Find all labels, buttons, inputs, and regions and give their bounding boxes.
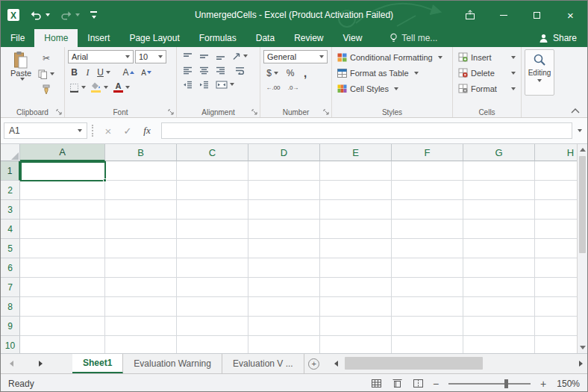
cell-E4[interactable] (320, 220, 392, 239)
align-top-button[interactable] (180, 49, 195, 63)
tab-review[interactable]: Review (284, 29, 333, 47)
cancel-button[interactable]: × (98, 122, 118, 139)
merge-center-button[interactable] (216, 78, 234, 91)
cell-B3[interactable] (105, 200, 177, 220)
horizontal-scroll-thumb[interactable] (345, 357, 483, 370)
cell-B6[interactable] (105, 258, 177, 278)
italic-button[interactable]: I (82, 66, 93, 79)
cell-C3[interactable] (177, 200, 248, 220)
column-header-H[interactable]: H (535, 144, 578, 161)
page-break-preview-button[interactable] (410, 376, 426, 391)
cell-D10[interactable] (248, 336, 320, 353)
insert-cells-button[interactable]: Insert (456, 50, 518, 64)
cell-C1[interactable] (177, 161, 248, 181)
cell-G7[interactable] (463, 278, 535, 297)
scroll-right-button[interactable] (575, 354, 586, 373)
decrease-decimal-button[interactable]: .0→ (284, 81, 302, 94)
cell-F6[interactable] (392, 258, 463, 278)
cell-H6[interactable] (535, 258, 578, 278)
zoom-out-button[interactable]: − (431, 378, 441, 390)
cell-B8[interactable] (105, 297, 177, 317)
orientation-button[interactable] (232, 49, 248, 63)
align-center-button[interactable] (196, 63, 211, 77)
cell-B4[interactable] (105, 220, 177, 239)
cell-G2[interactable] (463, 181, 535, 200)
cell-A5[interactable] (20, 239, 105, 258)
customize-qat-button[interactable] (90, 11, 97, 19)
cell-E6[interactable] (320, 258, 392, 278)
cell-E1[interactable] (320, 161, 392, 181)
cell-F8[interactable] (392, 297, 463, 317)
cell-H7[interactable] (535, 278, 578, 297)
underline-button[interactable]: U (95, 66, 113, 79)
cell-A8[interactable] (20, 297, 105, 317)
clipboard-dialog-launcher[interactable] (56, 109, 63, 116)
increase-font-size-button[interactable]: A (120, 66, 137, 79)
cell-F5[interactable] (392, 239, 463, 258)
share-button[interactable]: Share (528, 29, 587, 47)
cell-A3[interactable] (20, 200, 105, 220)
cell-H1[interactable] (535, 161, 578, 181)
cell-E9[interactable] (320, 317, 392, 336)
increase-indent-button[interactable] (196, 78, 211, 91)
cell-F4[interactable] (392, 220, 463, 239)
column-header-G[interactable]: G (463, 144, 535, 161)
column-header-A[interactable]: A (20, 144, 105, 161)
cell-H4[interactable] (535, 220, 578, 239)
row-header-4[interactable]: 4 (1, 220, 20, 239)
cell-G10[interactable] (463, 336, 535, 353)
cell-H3[interactable] (535, 200, 578, 220)
format-cells-button[interactable]: Format (456, 81, 518, 96)
percent-style-button[interactable]: % (283, 66, 298, 80)
cell-H8[interactable] (535, 297, 578, 317)
cell-G4[interactable] (463, 220, 535, 239)
cell-E8[interactable] (320, 297, 392, 317)
column-header-B[interactable]: B (105, 144, 177, 161)
number-dialog-launcher[interactable] (323, 109, 330, 116)
cell-F9[interactable] (392, 317, 463, 336)
cell-C5[interactable] (177, 239, 248, 258)
cell-F10[interactable] (392, 336, 463, 353)
cell-E3[interactable] (320, 200, 392, 220)
row-header-6[interactable]: 6 (1, 258, 20, 278)
font-size-combo[interactable]: 10 (135, 50, 166, 63)
cut-button[interactable]: ✂ (38, 52, 54, 65)
wrap-text-button[interactable] (232, 63, 247, 77)
scroll-down-button[interactable] (578, 342, 587, 353)
cell-E2[interactable] (320, 181, 392, 200)
select-all-corner[interactable] (1, 144, 20, 161)
row-header-5[interactable]: 5 (1, 239, 20, 258)
undo-button[interactable] (31, 10, 50, 20)
row-header-7[interactable]: 7 (1, 278, 20, 297)
insert-function-button[interactable]: fx (137, 122, 157, 139)
cell-C7[interactable] (177, 278, 248, 297)
previous-sheet-button[interactable] (7, 361, 13, 367)
name-box[interactable]: A1 (4, 122, 87, 139)
zoom-slider-thumb[interactable] (504, 379, 508, 388)
align-middle-button[interactable] (196, 49, 211, 63)
cell-F2[interactable] (392, 181, 463, 200)
cell-A2[interactable] (20, 181, 105, 200)
cell-F3[interactable] (392, 200, 463, 220)
cell-G8[interactable] (463, 297, 535, 317)
page-layout-view-button[interactable] (389, 376, 405, 391)
cell-A6[interactable] (20, 258, 105, 278)
cell-A4[interactable] (20, 220, 105, 239)
row-header-10[interactable]: 10 (1, 336, 20, 353)
cell-G5[interactable] (463, 239, 535, 258)
cell-D9[interactable] (248, 317, 320, 336)
comma-style-button[interactable]: , (299, 66, 311, 80)
vertical-scrollbar[interactable] (577, 144, 587, 353)
horizontal-scrollbar[interactable] (331, 354, 587, 373)
cell-D5[interactable] (248, 239, 320, 258)
row-header-2[interactable]: 2 (1, 181, 20, 200)
scroll-left-button[interactable] (331, 354, 342, 373)
row-header-9[interactable]: 9 (1, 317, 20, 336)
paste-button[interactable]: Paste (4, 49, 38, 96)
font-color-button[interactable]: A (111, 81, 132, 94)
cell-F1[interactable] (392, 161, 463, 181)
alignment-dialog-launcher[interactable] (251, 109, 258, 116)
cell-D8[interactable] (248, 297, 320, 317)
cell-styles-button[interactable]: Cell Styles (335, 81, 449, 96)
cell-H10[interactable] (535, 336, 578, 353)
